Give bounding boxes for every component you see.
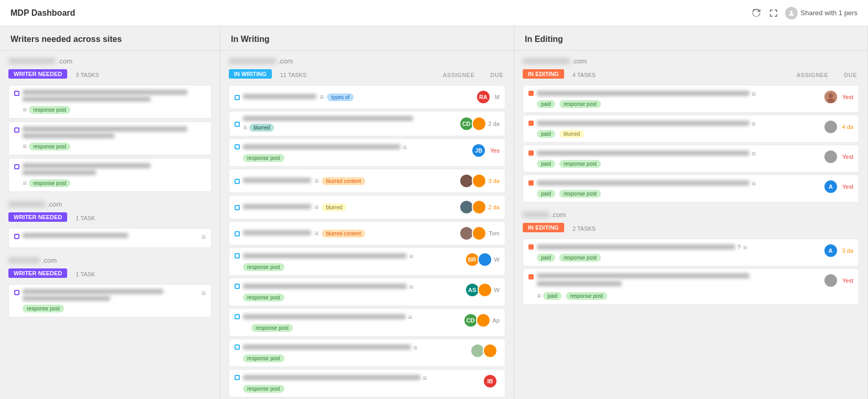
writing-task-6[interactable]: ≡ blurred content Tom — [229, 221, 505, 245]
editing-task-5[interactable]: ? ≡ paid response post A 3 da — [523, 239, 859, 266]
task-checkbox[interactable] — [235, 179, 240, 184]
tag-response-post: response post — [559, 254, 601, 262]
site-name-2: .com — [8, 200, 211, 208]
writing-task-11[interactable]: ≡ response post IB — [229, 369, 505, 397]
writing-task-count: 11 TASKS — [280, 72, 306, 78]
writing-task-3[interactable]: ≡ response post JB Yes — [229, 138, 505, 167]
task-checkbox[interactable] — [235, 344, 240, 350]
assignee-avatar-cd3 — [476, 313, 491, 328]
task-checkbox[interactable] — [528, 274, 534, 279]
task-checkbox[interactable] — [528, 150, 534, 156]
editing-task-4[interactable]: ≡ paid response post A Yest — [523, 175, 859, 202]
lines-icon: ≡ — [751, 120, 756, 128]
tag-response-post: response post — [29, 179, 70, 187]
task-checkbox[interactable] — [235, 205, 240, 210]
assignee-avatar-multi4 — [472, 200, 486, 214]
task-item[interactable]: ≡ response post — [8, 158, 211, 192]
tag-orange: blurred content — [322, 177, 365, 185]
task-checkbox[interactable] — [235, 375, 240, 380]
shared-text: Shared with 1 pers — [801, 9, 858, 17]
editing-task-6[interactable]: ≡ paid response post Yest — [523, 268, 859, 305]
editing-task-2[interactable]: ≡ paid blurred 4 da — [523, 115, 859, 143]
due-date: 2 da — [489, 121, 500, 127]
lines-icon: ≡ — [202, 289, 206, 297]
task-item[interactable]: ≡ response post — [8, 85, 211, 118]
lines-icon: ≡ — [243, 123, 247, 132]
task-count-1: 3 TASKS — [76, 72, 99, 78]
writing-task-5[interactable]: ≡ blurred 2 da — [229, 195, 505, 219]
svg-point-0 — [790, 10, 792, 13]
due-label: DUE — [490, 72, 503, 78]
writing-column-body: .com IN WRITING 11 TASKS ASSIGNEE DUE — [220, 51, 514, 399]
assignee-avatar-2 — [472, 116, 486, 131]
lines-icon: ≡ — [409, 283, 413, 291]
due-date: M — [495, 94, 500, 100]
task-checkbox[interactable] — [14, 164, 19, 169]
task-checkbox[interactable] — [528, 180, 534, 186]
writers-column: Writers needed across sites .com WRITER … — [0, 26, 220, 399]
task-checkbox[interactable] — [235, 144, 240, 149]
tag-response-post: response post — [559, 100, 601, 108]
svg-point-2 — [829, 93, 833, 98]
tag-orange-2: blurred content — [322, 230, 365, 238]
task-checkbox[interactable] — [235, 95, 240, 100]
tag-response-post: response post — [243, 263, 284, 271]
due-date: Ap — [493, 317, 500, 323]
expand-icon[interactable] — [768, 8, 779, 18]
writing-task-2[interactable]: ≡ blurred CD 2 da — [229, 111, 505, 136]
writer-needed-badge-3: WRITER NEEDED — [8, 268, 67, 278]
task-checkbox[interactable] — [14, 91, 19, 96]
task-checkbox[interactable] — [14, 127, 19, 133]
editing-site-name-2: .com — [523, 211, 859, 219]
lines-icon: ≡ — [314, 229, 319, 238]
task-checkbox[interactable] — [235, 284, 240, 289]
header-actions: Shared with 1 pers — [751, 7, 858, 19]
writing-column-header: In Writing — [220, 26, 514, 51]
writers-column-header: Writers needed across sites — [0, 26, 220, 51]
writing-task-1[interactable]: ≡ types of RA M — [229, 85, 505, 109]
assignee-avatar-as2 — [478, 283, 492, 297]
due-date: Yest — [842, 94, 853, 100]
writing-task-8[interactable]: ≡ response post AS W — [229, 278, 505, 306]
lines-icon: ≡ — [314, 203, 319, 211]
due-date: 3 da — [489, 178, 500, 184]
task-checkbox[interactable] — [528, 91, 534, 96]
tag-response-post: response post — [243, 154, 284, 162]
editing-site-name-1: .com — [523, 57, 859, 65]
lines-icon: ≡ — [320, 93, 324, 101]
refresh-icon[interactable] — [751, 8, 762, 18]
tag-types-of: types of — [327, 93, 354, 101]
editing-task-count-1: 4 TASKS — [573, 72, 596, 78]
in-editing-badge-1: IN EDITING — [523, 69, 564, 79]
task-checkbox[interactable] — [235, 231, 240, 236]
status-row-2: WRITER NEEDED 1 TASK — [8, 212, 211, 224]
writing-task-4[interactable]: ≡ blurred content 3 da — [229, 169, 505, 193]
due-date: 2 da — [489, 204, 500, 210]
task-checkbox[interactable] — [14, 290, 19, 295]
editing-task-1[interactable]: ≡ paid response post — [523, 85, 859, 113]
assignee-avatar-lady — [823, 90, 838, 104]
task-checkbox[interactable] — [528, 244, 534, 250]
editing-site-2: .com IN EDITING 2 TASKS ? ≡ — [523, 211, 859, 305]
tag-yellow: blurred — [322, 203, 346, 211]
task-checkbox[interactable] — [14, 234, 19, 239]
tag-blurred: blurred — [249, 124, 274, 132]
writers-site-3: .com WRITER NEEDED 1 TASK ≡ — [8, 256, 211, 317]
writing-task-9[interactable]: ≡ response post CD Ap — [229, 308, 505, 337]
writing-task-10[interactable]: ≡ response post — [229, 339, 505, 367]
due-date: Yes — [490, 147, 500, 154]
due-date: W — [494, 256, 500, 263]
task-checkbox[interactable] — [235, 253, 240, 258]
task-item[interactable]: ≡ — [8, 228, 211, 248]
writing-task-7[interactable]: ≡ response post BR W — [229, 247, 505, 276]
task-checkbox[interactable] — [528, 121, 534, 126]
task-checkbox[interactable] — [235, 122, 240, 127]
task-item[interactable]: ≡ response post — [8, 122, 211, 155]
lines-icon: ≡ — [422, 374, 427, 382]
task-checkbox[interactable] — [235, 314, 240, 319]
task-item[interactable]: ≡ response post — [8, 284, 211, 317]
editing-column-header: In Editing — [514, 26, 867, 51]
editing-site-1: .com IN EDITING 4 TASKS ASSIGNEE DUE — [523, 57, 859, 202]
editing-task-3[interactable]: ≡ paid response post Yest — [523, 145, 859, 172]
lines-icon: ≡ — [23, 105, 27, 114]
